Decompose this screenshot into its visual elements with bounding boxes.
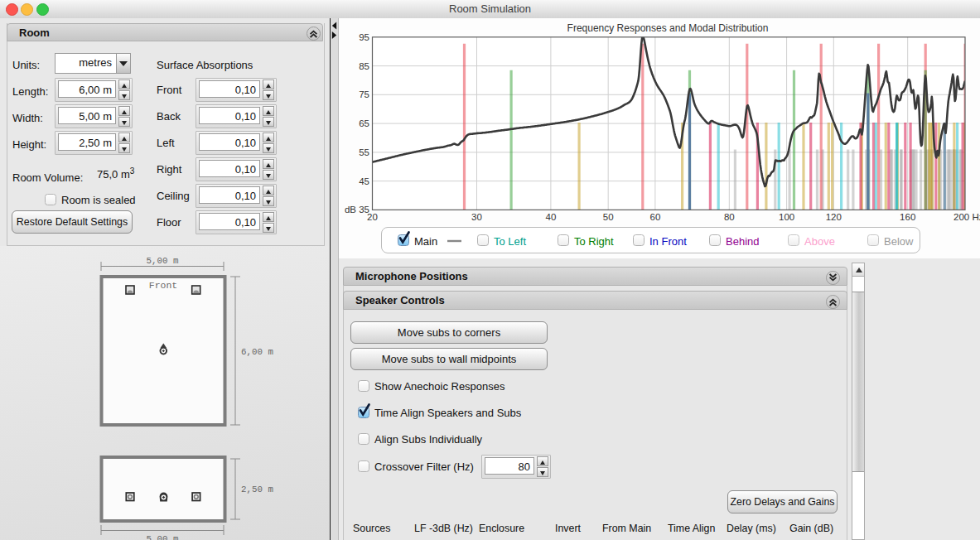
svg-text:85: 85 xyxy=(359,61,369,71)
svg-text:2,50 m: 2,50 m xyxy=(241,485,273,494)
svg-text:Front: Front xyxy=(149,280,178,291)
svg-text:30: 30 xyxy=(471,212,482,222)
svg-text:65: 65 xyxy=(359,118,369,128)
svg-text:6,00 m: 6,00 m xyxy=(241,347,273,357)
svg-text:75: 75 xyxy=(359,89,369,99)
svg-text:95: 95 xyxy=(359,32,369,42)
svg-text:20: 20 xyxy=(367,212,378,222)
svg-text:50: 50 xyxy=(603,212,614,222)
svg-text:160: 160 xyxy=(900,212,915,222)
svg-text:40: 40 xyxy=(546,212,557,222)
svg-text:200 Hz: 200 Hz xyxy=(953,212,980,222)
svg-text:55: 55 xyxy=(359,147,369,157)
svg-text:5,00 m: 5,00 m xyxy=(147,256,179,266)
svg-text:100: 100 xyxy=(779,212,794,222)
svg-text:120: 120 xyxy=(826,212,842,222)
svg-text:Frequency Responses and Modal: Frequency Responses and Modal Distributi… xyxy=(567,22,769,34)
svg-text:dB 35: dB 35 xyxy=(345,205,369,215)
svg-text:5,00 m: 5,00 m xyxy=(147,534,179,540)
svg-text:45: 45 xyxy=(359,176,369,186)
svg-text:60: 60 xyxy=(650,212,661,222)
svg-text:80: 80 xyxy=(724,212,735,222)
